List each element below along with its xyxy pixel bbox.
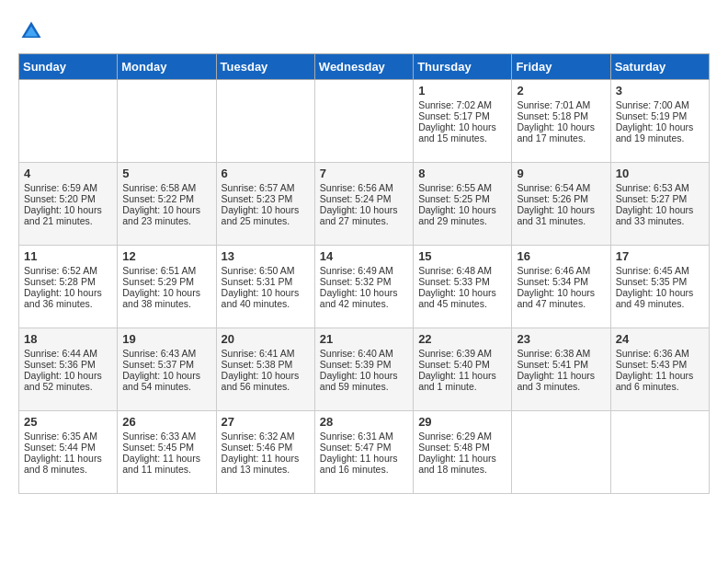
day-info: Sunset: 5:25 PM xyxy=(418,193,506,204)
day-info: and 56 minutes. xyxy=(222,381,310,392)
day-info: Sunset: 5:46 PM xyxy=(222,442,310,453)
header xyxy=(18,18,710,44)
calendar-cell xyxy=(19,80,118,163)
day-info: Sunset: 5:41 PM xyxy=(517,359,605,370)
day-info: Daylight: 10 hours xyxy=(616,287,704,298)
day-number: 23 xyxy=(517,332,605,346)
calendar-cell xyxy=(610,411,709,494)
header-tuesday: Tuesday xyxy=(216,54,314,80)
day-info: Daylight: 10 hours xyxy=(418,121,506,132)
day-info: Sunrise: 6:52 AM xyxy=(24,265,112,276)
day-info: Daylight: 10 hours xyxy=(222,370,310,381)
calendar-cell: 20Sunrise: 6:41 AMSunset: 5:38 PMDayligh… xyxy=(216,328,314,411)
day-info: Sunset: 5:23 PM xyxy=(222,193,310,204)
day-info: and 59 minutes. xyxy=(320,381,408,392)
day-info: Sunset: 5:35 PM xyxy=(616,276,704,287)
calendar-cell xyxy=(314,80,413,163)
day-info: Sunset: 5:48 PM xyxy=(418,442,506,453)
day-info: Daylight: 11 hours xyxy=(122,453,210,464)
day-info: Daylight: 10 hours xyxy=(122,287,210,298)
day-number: 15 xyxy=(418,249,506,263)
calendar-cell: 10Sunrise: 6:53 AMSunset: 5:27 PMDayligh… xyxy=(610,163,709,246)
day-info: and 31 minutes. xyxy=(517,215,605,226)
header-friday: Friday xyxy=(512,54,610,80)
day-info: Sunrise: 6:53 AM xyxy=(616,182,704,193)
day-info: Daylight: 11 hours xyxy=(24,453,112,464)
calendar-week-5: 25Sunrise: 6:35 AMSunset: 5:44 PMDayligh… xyxy=(19,411,710,494)
day-info: and 13 minutes. xyxy=(222,464,310,475)
day-info: and 19 minutes. xyxy=(616,132,704,144)
day-info: Sunset: 5:43 PM xyxy=(616,359,704,370)
day-info: Daylight: 10 hours xyxy=(320,287,408,298)
day-number: 5 xyxy=(122,167,210,180)
day-info: Daylight: 10 hours xyxy=(24,204,112,215)
day-info: Sunrise: 6:33 AM xyxy=(122,431,210,442)
day-number: 6 xyxy=(222,167,310,180)
day-info: Sunset: 5:33 PM xyxy=(418,276,506,287)
day-info: and 8 minutes. xyxy=(24,464,112,475)
day-info: Daylight: 10 hours xyxy=(24,370,112,381)
day-info: Sunrise: 6:50 AM xyxy=(222,265,310,276)
day-info: Sunrise: 7:00 AM xyxy=(616,99,704,110)
day-info: Sunset: 5:32 PM xyxy=(320,276,408,287)
day-info: Sunset: 5:39 PM xyxy=(320,359,408,370)
day-info: and 6 minutes. xyxy=(616,381,704,392)
day-info: and 25 minutes. xyxy=(222,215,310,226)
day-info: Sunrise: 6:57 AM xyxy=(222,182,310,193)
day-number: 19 xyxy=(122,332,210,346)
day-info: and 36 minutes. xyxy=(24,298,112,309)
calendar-cell: 21Sunrise: 6:40 AMSunset: 5:39 PMDayligh… xyxy=(314,328,413,411)
day-info: Sunrise: 6:48 AM xyxy=(418,265,506,276)
day-info: Daylight: 10 hours xyxy=(320,204,408,215)
day-info: Daylight: 11 hours xyxy=(418,453,506,464)
day-info: and 1 minute. xyxy=(418,381,506,392)
day-number: 29 xyxy=(418,415,506,429)
header-sunday: Sunday xyxy=(19,54,118,80)
calendar-cell: 12Sunrise: 6:51 AMSunset: 5:29 PMDayligh… xyxy=(118,246,216,328)
day-number: 1 xyxy=(418,84,506,98)
day-info: and 11 minutes. xyxy=(122,464,210,475)
calendar-cell: 19Sunrise: 6:43 AMSunset: 5:37 PMDayligh… xyxy=(118,328,216,411)
calendar-cell: 5Sunrise: 6:58 AMSunset: 5:22 PMDaylight… xyxy=(118,163,216,246)
day-info: Sunset: 5:27 PM xyxy=(616,193,704,204)
day-number: 20 xyxy=(222,332,310,346)
day-info: Sunset: 5:36 PM xyxy=(24,359,112,370)
day-info: Sunrise: 6:55 AM xyxy=(418,182,506,193)
day-info: Sunset: 5:31 PM xyxy=(222,276,310,287)
day-info: and 40 minutes. xyxy=(222,298,310,309)
day-info: Sunset: 5:26 PM xyxy=(517,193,605,204)
day-info: Sunrise: 6:59 AM xyxy=(24,182,112,193)
day-number: 10 xyxy=(616,167,704,180)
day-info: Sunrise: 6:41 AM xyxy=(222,348,310,359)
day-info: Sunrise: 6:29 AM xyxy=(418,431,506,442)
calendar-cell: 17Sunrise: 6:45 AMSunset: 5:35 PMDayligh… xyxy=(610,246,709,328)
day-number: 16 xyxy=(517,249,605,263)
day-number: 17 xyxy=(616,249,704,263)
day-number: 24 xyxy=(616,332,704,346)
day-number: 3 xyxy=(616,84,704,98)
day-number: 9 xyxy=(517,167,605,180)
day-number: 4 xyxy=(24,167,112,180)
day-info: Daylight: 10 hours xyxy=(418,204,506,215)
day-info: Daylight: 10 hours xyxy=(222,287,310,298)
day-info: Sunset: 5:17 PM xyxy=(418,110,506,121)
day-info: Daylight: 10 hours xyxy=(122,204,210,215)
day-info: Sunset: 5:19 PM xyxy=(616,110,704,121)
calendar-cell xyxy=(118,80,216,163)
day-info: and 23 minutes. xyxy=(122,215,210,226)
calendar-cell: 2Sunrise: 7:01 AMSunset: 5:18 PMDaylight… xyxy=(512,80,610,163)
calendar-cell: 7Sunrise: 6:56 AMSunset: 5:24 PMDaylight… xyxy=(314,163,413,246)
logo-icon xyxy=(18,18,44,44)
calendar-cell: 26Sunrise: 6:33 AMSunset: 5:45 PMDayligh… xyxy=(118,411,216,494)
calendar-cell: 27Sunrise: 6:32 AMSunset: 5:46 PMDayligh… xyxy=(216,411,314,494)
day-info: Sunrise: 6:51 AM xyxy=(122,265,210,276)
day-info: Daylight: 10 hours xyxy=(24,287,112,298)
calendar-cell: 11Sunrise: 6:52 AMSunset: 5:28 PMDayligh… xyxy=(19,246,118,328)
day-number: 14 xyxy=(320,249,408,263)
day-info: Daylight: 11 hours xyxy=(616,370,704,381)
calendar-cell: 9Sunrise: 6:54 AMSunset: 5:26 PMDaylight… xyxy=(512,163,610,246)
day-info: Sunset: 5:37 PM xyxy=(122,359,210,370)
calendar-cell: 3Sunrise: 7:00 AMSunset: 5:19 PMDaylight… xyxy=(610,80,709,163)
day-info: Daylight: 10 hours xyxy=(320,370,408,381)
day-info: and 54 minutes. xyxy=(122,381,210,392)
